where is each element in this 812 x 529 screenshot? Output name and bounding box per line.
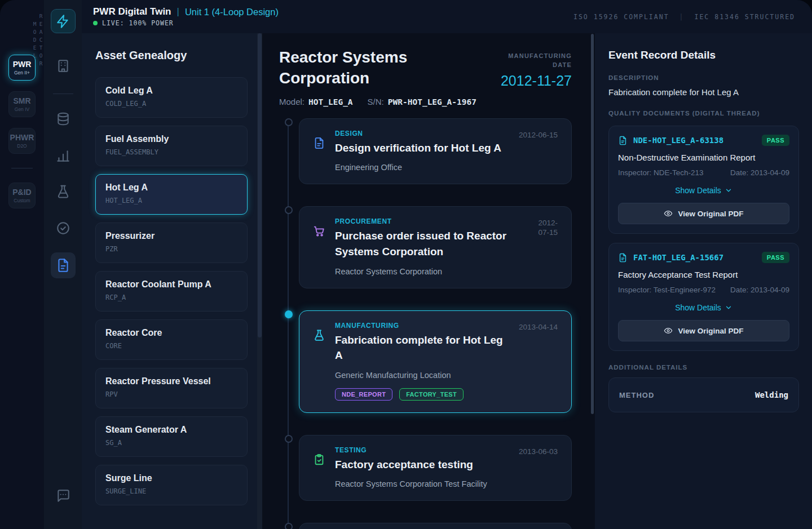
document-icon[interactable] xyxy=(51,252,76,278)
asset-item-reactor-pressure-vessel[interactable]: Reactor Pressure Vessel RPV xyxy=(95,368,248,408)
event-location: Reactor Systems Corporation Test Facilit… xyxy=(335,479,511,488)
document-inspector: Inspector: Test-Engineer-972 xyxy=(618,286,716,294)
timeline-node xyxy=(285,310,293,318)
asset-code: RCP_A xyxy=(105,294,237,301)
event-title: Factory acceptance testing xyxy=(335,457,511,473)
timeline-node xyxy=(285,435,293,443)
serial-number-label: S/N: xyxy=(368,97,384,106)
header-divider: | xyxy=(679,13,685,21)
model-button-phwr[interactable]: PHWR D2O xyxy=(8,128,36,154)
asset-item-pressurizer[interactable]: Pressurizer PZR xyxy=(95,223,248,263)
timeline-spine xyxy=(288,123,289,529)
event-date: 2012-06-15 xyxy=(519,130,558,139)
event-card-design[interactable]: DESIGN Design verification for Hot Leg A… xyxy=(299,118,572,185)
asset-item-reactor-coolant-pump-a[interactable]: Reactor Coolant Pump A RCP_A xyxy=(95,271,248,312)
manufacturer-name: Reactor Systems Corporation xyxy=(279,47,437,89)
event-card-procurement[interactable]: PROCUREMENT Purchase order issued to Rea… xyxy=(299,206,572,288)
asset-item-reactor-core[interactable]: Reactor Core CORE xyxy=(95,319,248,360)
event-phase: DESIGN xyxy=(335,130,511,137)
asset-name: Fuel Assembly xyxy=(105,134,237,144)
asset-item-fuel-assembly[interactable]: Fuel Assembly FUEL_ASSEMBLY xyxy=(95,126,248,166)
asset-item-hot-leg-a[interactable]: Hot Leg A HOT_LEG_A xyxy=(95,174,248,215)
asset-name: Reactor Pressure Vessel xyxy=(105,376,237,386)
file-text-icon xyxy=(618,253,628,263)
event-phase: PROCUREMENT xyxy=(335,217,520,225)
pass-status-badge: PASS xyxy=(762,252,789,263)
document-id: FAT-HOT_LEG_A-15667 xyxy=(633,253,762,262)
asset-code: SURGE_LINE xyxy=(105,487,237,495)
asset-code: HOT_LEG_A xyxy=(105,197,237,205)
view-original-pdf-button[interactable]: View Original PDF xyxy=(618,320,789,341)
lightning-icon[interactable] xyxy=(51,9,76,33)
iso-compliance-badge: ISO 15926 COMPLIANT xyxy=(573,13,669,21)
event-timeline: DESIGN Design verification for Hot Leg A… xyxy=(279,118,572,529)
check-circle-icon[interactable] xyxy=(56,221,70,235)
live-status-dot xyxy=(93,21,98,25)
asset-code: FUEL_ASSEMBLY xyxy=(105,148,237,156)
event-card-shipping[interactable]: SHIPPING Component shipped to constructi… xyxy=(299,523,572,529)
model-button-pid[interactable]: P&ID Custom xyxy=(8,183,36,208)
chat-icon[interactable] xyxy=(56,488,70,503)
asset-list-scrollbar[interactable] xyxy=(257,33,262,529)
model-name: PHWR xyxy=(10,133,34,142)
tag-factory-test[interactable]: FACTORY_TEST xyxy=(399,388,464,401)
model-sub: Gen IV xyxy=(15,106,29,112)
event-date: 2013-04-14 xyxy=(519,322,558,331)
pass-status-badge: PASS xyxy=(762,135,789,146)
asset-name: Pressurizer xyxy=(105,231,237,241)
timeline-scrollbar[interactable] xyxy=(591,34,594,414)
eye-icon xyxy=(664,326,673,335)
document-date: Date: 2013-04-09 xyxy=(730,168,789,177)
timeline-panel: Reactor Systems Corporation MANUFACTURIN… xyxy=(262,33,595,529)
eye-icon xyxy=(664,209,673,218)
title-separator: | xyxy=(177,6,179,17)
asset-name: Steam Generator A xyxy=(105,425,237,435)
model-name: SMR xyxy=(13,96,30,105)
timeline-node xyxy=(285,523,293,529)
flask-icon xyxy=(313,329,325,341)
tag-nde-report[interactable]: NDE_REPORT xyxy=(335,388,392,401)
event-card-testing[interactable]: TESTING Factory acceptance testing React… xyxy=(299,435,572,501)
database-icon[interactable] xyxy=(56,112,70,126)
show-details-link[interactable]: Show Details xyxy=(618,303,789,312)
asset-name: Reactor Coolant Pump A xyxy=(105,279,237,290)
method-value: Welding xyxy=(755,390,788,399)
event-phase: TESTING xyxy=(335,446,511,454)
event-title: Design verification for Hot Leg A xyxy=(335,140,511,156)
show-details-link[interactable]: Show Details xyxy=(618,186,789,195)
chevron-down-icon xyxy=(725,304,732,312)
model-value: HOT_LEG_A xyxy=(308,97,353,106)
unit-subtitle: Unit 1 (4-Loop Design) xyxy=(185,7,279,17)
details-title: Event Record Details xyxy=(608,49,799,61)
show-details-label: Show Details xyxy=(675,303,721,312)
bar-chart-icon[interactable] xyxy=(56,149,70,163)
rail-divider xyxy=(11,168,33,168)
asset-item-cold-leg-a[interactable]: Cold Leg A COLD_LEG_A xyxy=(95,77,248,118)
document-name: Non-Destructive Examination Report xyxy=(618,153,789,162)
shopping-cart-icon xyxy=(313,225,325,237)
live-status-text: LIVE: 100% POWER xyxy=(102,19,174,27)
event-location: Engineering Office xyxy=(335,163,511,172)
file-text-icon xyxy=(313,137,325,149)
app-title: PWR Digital Twin xyxy=(93,6,171,17)
rail-divider xyxy=(53,94,73,94)
asset-item-steam-generator-a[interactable]: Steam Generator A SG_A xyxy=(95,416,248,457)
document-card-nde: NDE-HOT_LEG_A-63138 PASS Non-Destructive… xyxy=(608,126,799,234)
asset-name: Surge Line xyxy=(105,473,237,483)
view-pdf-label: View Original PDF xyxy=(678,210,743,218)
asset-code: RPV xyxy=(105,390,237,398)
event-title: Fabrication complete for Hot Leg A xyxy=(335,332,511,363)
building-icon[interactable] xyxy=(56,59,70,73)
timeline-node xyxy=(285,118,293,126)
event-card-manufacturing[interactable]: MANUFACTURING Fabrication complete for H… xyxy=(299,310,572,413)
asset-name: Reactor Core xyxy=(105,328,237,338)
model-button-pwr[interactable]: PWR Gen II+ xyxy=(8,55,36,81)
flask-icon[interactable] xyxy=(56,184,70,199)
model-button-smr[interactable]: SMR Gen IV xyxy=(8,91,36,117)
document-card-fat: FAT-HOT_LEG_A-15667 PASS Factory Accepta… xyxy=(608,243,799,351)
manufacturing-date-label: MANUFACTURING DATE xyxy=(498,52,572,70)
description-text: Fabrication complete for Hot Leg A xyxy=(608,87,799,97)
event-date: 2012-07-15 xyxy=(528,217,558,238)
asset-item-surge-line[interactable]: Surge Line SURGE_LINE xyxy=(95,465,248,505)
view-original-pdf-button[interactable]: View Original PDF xyxy=(618,203,789,224)
